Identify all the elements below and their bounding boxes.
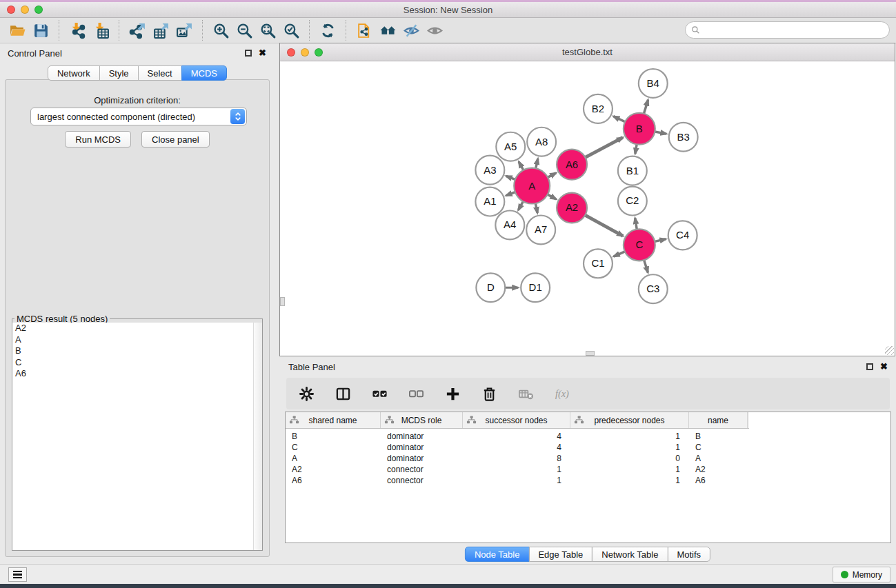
mcds-result-item[interactable]: B: [12, 345, 262, 357]
table-cell[interactable]: C: [689, 443, 748, 452]
table-row[interactable]: A6connector11A6: [286, 475, 890, 486]
graph-edge-C-C2[interactable]: [635, 218, 637, 230]
search-input[interactable]: [704, 26, 884, 35]
tab-node-table[interactable]: Node Table: [465, 547, 530, 562]
graph-node-A[interactable]: A: [514, 168, 550, 204]
graph-edge-A-A2[interactable]: [548, 194, 556, 199]
column-header-successor-nodes[interactable]: successor nodes: [463, 412, 570, 428]
graph-edge-B-B3[interactable]: [655, 132, 666, 134]
graph-edge-A-A7[interactable]: [535, 203, 537, 213]
graph-node-A2[interactable]: A2: [557, 193, 587, 223]
graph-edge-C-C4[interactable]: [655, 239, 666, 242]
table-settings-button[interactable]: [297, 385, 315, 403]
close-table-panel-icon[interactable]: ✖: [880, 363, 888, 370]
optimization-criterion-select[interactable]: largest connected component (directed): [30, 108, 247, 125]
import-network-button[interactable]: [66, 20, 89, 41]
tab-network[interactable]: Network: [48, 65, 100, 81]
table-cell[interactable]: 1: [570, 443, 689, 452]
graph-edge-B-B2[interactable]: [613, 116, 625, 122]
graph-edge-A-A6[interactable]: [548, 173, 556, 177]
table-cell[interactable]: connector: [381, 465, 463, 474]
table-cell[interactable]: B: [286, 432, 381, 441]
graph-edge-A-A3[interactable]: [506, 176, 515, 179]
graph-edge-A-A4[interactable]: [518, 201, 523, 210]
table-row[interactable]: Adominator80A: [286, 453, 890, 464]
graph-edge-A2-C[interactable]: [585, 215, 623, 236]
graph-node-C[interactable]: C: [624, 229, 655, 261]
task-history-button[interactable]: [8, 567, 27, 582]
graph-node-A8[interactable]: A8: [527, 128, 556, 156]
add-column-button[interactable]: [444, 385, 461, 403]
table-row[interactable]: A2connector11A2: [286, 464, 890, 475]
import-table-button[interactable]: [89, 20, 112, 41]
graph-node-B3[interactable]: B3: [669, 123, 698, 152]
float-panel-icon[interactable]: [245, 50, 252, 57]
table-panel-mode-button[interactable]: [334, 385, 352, 403]
graph-node-C3[interactable]: C3: [639, 274, 668, 303]
column-header-MCDS-role[interactable]: MCDS role: [381, 412, 463, 428]
table-cell[interactable]: 1: [570, 476, 689, 485]
graph-edge-B-B4[interactable]: [644, 100, 648, 114]
zoom-fit-button[interactable]: [256, 20, 279, 41]
float-table-panel-icon[interactable]: [866, 363, 873, 370]
refresh-button[interactable]: [316, 20, 339, 41]
column-header-predecessor-nodes[interactable]: predecessor nodes: [570, 412, 689, 428]
graph-node-A6[interactable]: A6: [557, 150, 587, 180]
mcds-result-item[interactable]: A: [12, 334, 262, 346]
table-cell[interactable]: dominator: [381, 432, 463, 441]
close-panel-button[interactable]: Close panel: [141, 131, 210, 148]
memory-button[interactable]: Memory: [833, 567, 890, 582]
graph-node-A4[interactable]: A4: [495, 210, 524, 239]
show-all-button[interactable]: [423, 20, 446, 41]
mcds-result-item[interactable]: C: [12, 357, 262, 369]
tab-mcds[interactable]: MCDS: [181, 65, 227, 81]
column-header-name[interactable]: name: [689, 412, 748, 428]
graphics-details-button[interactable]: [376, 20, 399, 41]
graph-node-B1[interactable]: B1: [618, 156, 647, 185]
run-mcds-button[interactable]: Run MCDS: [65, 131, 131, 148]
bottom-grip-handle[interactable]: [586, 351, 595, 356]
export-image-button[interactable]: [172, 20, 196, 41]
graph-node-A3[interactable]: A3: [475, 156, 504, 185]
open-session-button[interactable]: [6, 20, 29, 41]
deselect-all-button[interactable]: [407, 385, 425, 403]
export-network-button[interactable]: [126, 20, 149, 41]
table-cell[interactable]: 1: [463, 476, 570, 485]
mcds-result-item[interactable]: A6: [12, 368, 262, 380]
table-cell[interactable]: dominator: [381, 454, 463, 463]
table-cell[interactable]: 4: [463, 443, 570, 452]
zoom-selected-button[interactable]: [279, 20, 303, 41]
resize-grip[interactable]: [885, 346, 894, 355]
graph-node-A7[interactable]: A7: [526, 215, 555, 244]
table-cell[interactable]: 4: [463, 432, 570, 441]
graph-node-C1[interactable]: C1: [584, 249, 613, 278]
graph-node-C2[interactable]: C2: [618, 187, 647, 216]
table-cell[interactable]: A: [286, 454, 381, 463]
tab-edge-table[interactable]: Edge Table: [528, 547, 593, 562]
table-cell[interactable]: dominator: [381, 443, 463, 452]
table-cell[interactable]: connector: [381, 476, 463, 485]
tab-style[interactable]: Style: [99, 65, 139, 81]
table-cell[interactable]: 1: [570, 465, 689, 474]
table-cell[interactable]: A: [689, 454, 748, 463]
network-canvas[interactable]: B4B2BB3A5A8A6A3B1AA1C2A2A4A7C4CC1C3DD1: [280, 61, 895, 356]
graph-node-A5[interactable]: A5: [496, 132, 525, 161]
save-session-button[interactable]: [29, 20, 52, 41]
graph-node-B[interactable]: B: [624, 113, 655, 145]
table-cell[interactable]: 1: [570, 432, 689, 441]
graph-edge-C-C3[interactable]: [644, 260, 648, 272]
zoom-out-button[interactable]: [232, 20, 256, 41]
graph-edge-B-B1[interactable]: [635, 144, 637, 154]
table-cell[interactable]: A6: [286, 476, 381, 485]
graph-edge-A-A1[interactable]: [506, 192, 515, 196]
graph-node-B2[interactable]: B2: [584, 94, 613, 123]
graph-node-A1[interactable]: A1: [475, 187, 504, 216]
graph-node-D1[interactable]: D1: [521, 273, 550, 302]
select-all-button[interactable]: [370, 385, 388, 403]
graph-edge-A-A5[interactable]: [519, 162, 524, 170]
table-row[interactable]: Bdominator41B: [286, 431, 890, 442]
table-cell[interactable]: A2: [286, 465, 381, 474]
tab-select[interactable]: Select: [138, 65, 182, 81]
tab-network-table[interactable]: Network Table: [592, 547, 668, 562]
graph-edge-A6-B[interactable]: [585, 137, 623, 157]
